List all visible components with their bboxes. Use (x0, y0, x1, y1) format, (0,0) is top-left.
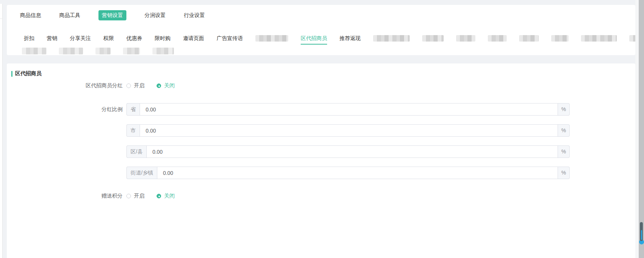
blurred-tab[interactable] (59, 48, 83, 54)
blurred-tab[interactable] (581, 35, 617, 42)
ratio-row-city: 市 % (126, 124, 570, 137)
tab-product-tools[interactable]: 商品工具 (59, 10, 80, 20)
blurred-tab[interactable] (22, 48, 46, 54)
radio-unchecked-icon[interactable] (126, 83, 131, 88)
dividend-label: 区代招商员分红 (7, 82, 123, 89)
points-off-option[interactable]: 关闭 (157, 193, 175, 199)
province-prepend-label: 省 (126, 103, 140, 116)
tab-flash-sale[interactable]: 限时购 (155, 35, 171, 42)
ratio-row: 分红比例 省 % 市 % 区/县 % 街道/乡镇 % (7, 103, 570, 179)
scrollbar-gap (635, 0, 639, 258)
blurred-tab[interactable] (551, 35, 569, 42)
tab-regional-agent[interactable]: 区代招商员 (301, 35, 327, 42)
ratio-input-city[interactable] (140, 124, 558, 137)
tab-share-follow[interactable]: 分享关注 (70, 35, 91, 42)
ratio-row-street: 街道/乡镇 % (126, 167, 570, 179)
city-prepend-label: 市 (126, 124, 140, 137)
blurred-tab[interactable] (255, 35, 288, 42)
dividend-off-option[interactable]: 关闭 (157, 82, 175, 89)
tab-coupon[interactable]: 优惠券 (126, 35, 142, 42)
collapsed-sidebar-header (0, 4, 2, 19)
tab-marketing-settings[interactable]: 营销设置 (98, 10, 126, 20)
scrollbar-thumb-thermometer-icon[interactable] (640, 222, 643, 244)
tab-profit-settings[interactable]: 分润设置 (144, 10, 166, 20)
percent-suffix: % (558, 124, 570, 137)
street-prepend-label: 街道/乡镇 (126, 167, 157, 179)
regional-agent-panel: 区代招商员 区代招商员分红 开启 关闭 分红比例 省 % 市 (7, 63, 635, 258)
scrollbar-track[interactable] (639, 0, 644, 258)
tab-permission[interactable]: 权限 (103, 35, 114, 42)
radio-checked-icon[interactable] (157, 83, 161, 88)
thermometer-stem (640, 222, 643, 241)
tab-referral-cashback[interactable]: 推荐返现 (340, 35, 361, 42)
section-header: 区代招商员 (11, 70, 41, 77)
blurred-tab[interactable] (152, 48, 174, 54)
percent-suffix: % (558, 103, 570, 116)
points-label: 赠送积分 (7, 193, 123, 199)
ratio-row-district: 区/县 % (126, 145, 570, 158)
ratio-input-district[interactable] (146, 145, 558, 158)
section-title: 区代招商员 (15, 70, 41, 77)
blurred-tab[interactable] (422, 35, 444, 42)
percent-suffix: % (558, 145, 570, 158)
blurred-tab[interactable] (123, 48, 140, 54)
section-accent-bar (11, 71, 12, 77)
radio-checked-icon[interactable] (157, 194, 161, 198)
tab-invite-page[interactable]: 邀请页面 (183, 35, 204, 42)
ratio-input-street[interactable] (157, 167, 558, 179)
points-radio-group: 开启 关闭 (126, 193, 175, 199)
radio-unchecked-icon[interactable] (126, 194, 131, 198)
dividend-on-option[interactable]: 开启 (126, 82, 144, 89)
ratio-label: 分红比例 (7, 103, 123, 116)
ratio-input-province[interactable] (140, 103, 558, 116)
ratio-row-province: 省 % (126, 103, 570, 116)
percent-suffix: % (558, 167, 570, 179)
radio-off-label[interactable]: 关闭 (164, 193, 175, 199)
collapsed-sidebar (0, 4, 3, 258)
tab-product-info[interactable]: 商品信息 (20, 10, 41, 20)
points-on-option[interactable]: 开启 (126, 193, 144, 199)
dividend-radio-group: 开启 关闭 (126, 82, 175, 89)
points-radio-row: 赠送积分 开启 关闭 (7, 193, 175, 199)
tab-marketing[interactable]: 营销 (47, 35, 57, 42)
district-prepend-label: 区/县 (126, 145, 146, 158)
blurred-tab[interactable] (456, 35, 475, 42)
dividend-radio-row: 区代招商员分红 开启 关闭 (7, 82, 175, 89)
blurred-tab[interactable] (373, 35, 410, 42)
blurred-tab[interactable] (95, 48, 111, 54)
tab-ad-slogan[interactable]: 广告宣传语 (217, 35, 243, 42)
tab-discount[interactable]: 折扣 (24, 35, 34, 42)
blurred-tab[interactable] (519, 35, 539, 42)
tab-industry-settings[interactable]: 行业设置 (184, 10, 205, 20)
radio-on-label[interactable]: 开启 (134, 193, 144, 199)
radio-on-label[interactable]: 开启 (134, 82, 144, 89)
tabs-card: 商品信息 商品工具 营销设置 分润设置 行业设置 折扣 营销 分享关注 权限 优… (7, 5, 635, 55)
primary-tab-bar: 商品信息 商品工具 营销设置 分润设置 行业设置 (20, 10, 205, 20)
tertiary-tab-bar (22, 48, 174, 54)
secondary-tab-bar: 折扣 营销 分享关注 权限 优惠券 限时购 邀请页面 广告宣传语 区代招商员 推… (24, 35, 644, 42)
blurred-tab[interactable] (488, 35, 507, 42)
radio-off-label[interactable]: 关闭 (164, 82, 175, 89)
ratio-input-list: 省 % 市 % 区/县 % 街道/乡镇 % (126, 103, 570, 179)
